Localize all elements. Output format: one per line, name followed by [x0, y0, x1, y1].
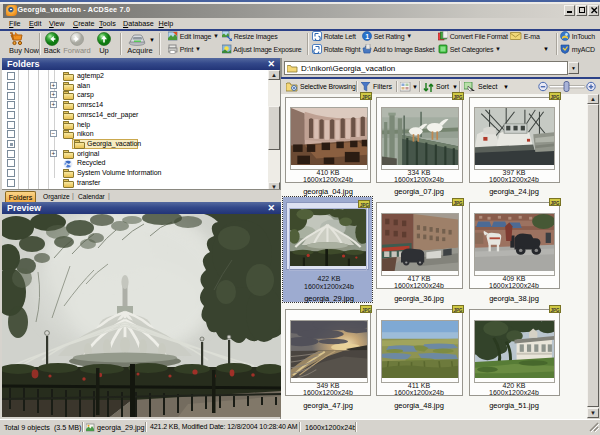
svg-text:1: 1	[365, 33, 369, 40]
